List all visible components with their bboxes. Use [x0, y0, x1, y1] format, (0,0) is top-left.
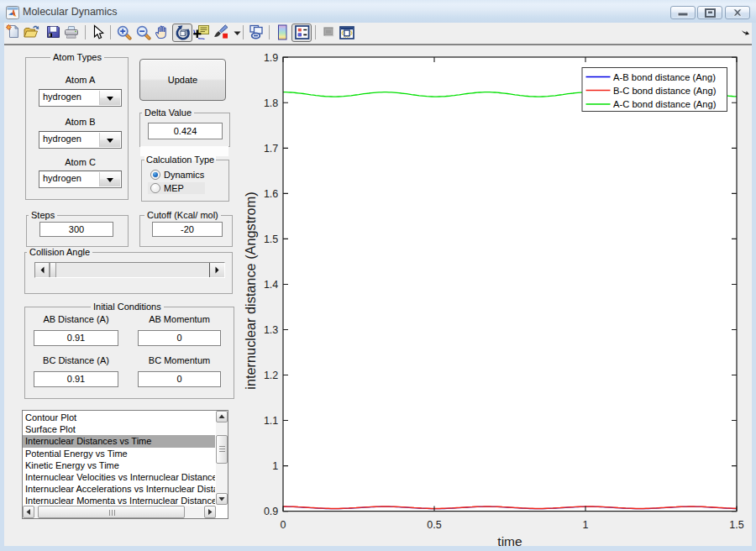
svg-text:1.8: 1.8: [264, 97, 278, 109]
svg-text:A-B bond distance (Ang): A-B bond distance (Ang): [613, 72, 716, 82]
svg-text:1: 1: [583, 519, 589, 531]
svg-text:1.9: 1.9: [264, 52, 278, 64]
svg-text:1.6: 1.6: [264, 188, 278, 200]
svg-text:1.3: 1.3: [264, 324, 278, 336]
svg-text:0.5: 0.5: [427, 519, 441, 531]
svg-text:1.4: 1.4: [264, 279, 278, 291]
svg-text:1.5: 1.5: [729, 519, 743, 531]
svg-text:1.1: 1.1: [264, 415, 278, 427]
svg-text:time: time: [497, 534, 522, 548]
svg-text:1.2: 1.2: [264, 370, 278, 381]
svg-text:1: 1: [272, 460, 278, 472]
svg-text:1.5: 1.5: [264, 234, 278, 245]
svg-text:B-C bond distance (Ang): B-C bond distance (Ang): [613, 86, 717, 96]
svg-text:internuclear distance (Angstro: internuclear distance (Angstrom): [243, 192, 258, 389]
svg-text:0: 0: [281, 519, 286, 531]
svg-text:0.9: 0.9: [264, 506, 278, 517]
svg-text:1.7: 1.7: [264, 143, 278, 155]
svg-text:A-C bond distance (Ang): A-C bond distance (Ang): [613, 99, 717, 109]
